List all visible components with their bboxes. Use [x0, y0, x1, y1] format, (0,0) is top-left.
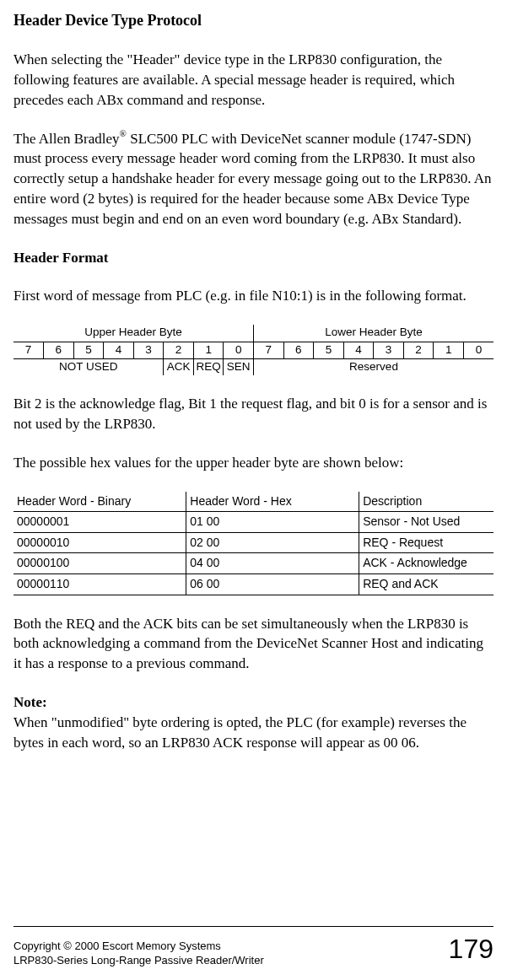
- bit-cell: 6: [283, 342, 314, 358]
- cell-hex: 02 00: [186, 532, 359, 553]
- bit-cell: 6: [44, 342, 74, 358]
- hex-values-table: Header Word - Binary Header Word - Hex D…: [13, 492, 494, 595]
- table-row: 00000010 02 00 REQ - Request: [13, 532, 494, 553]
- cell-description: REQ and ACK: [359, 573, 494, 595]
- para2-part-a: The Allen Bradley: [13, 131, 120, 147]
- bit-cell: 7: [13, 342, 44, 358]
- cell-hex: 06 00: [186, 573, 359, 595]
- table-row: Header Word - Binary Header Word - Hex D…: [13, 492, 494, 512]
- copyright-line: Copyright © 2000 Escort Memory Systems: [13, 939, 264, 954]
- bit-layout-table: Upper Header Byte Lower Header Byte 7 6 …: [13, 325, 494, 375]
- bit-cell: 5: [314, 342, 344, 358]
- bit-cell: 5: [73, 342, 104, 358]
- bit-cell: 3: [374, 342, 404, 358]
- bit-cell: 3: [133, 342, 164, 358]
- bit-cell: 0: [463, 342, 494, 358]
- section-title: Header Device Type Protocol: [13, 10, 494, 31]
- bit-cell: 1: [193, 342, 224, 358]
- table-row: 7 6 5 4 3 2 1 0 7 6 5 4 3 2 1 0: [13, 342, 494, 358]
- bit-cell: 2: [403, 342, 434, 358]
- footer-left: Copyright © 2000 Escort Memory Systems L…: [13, 939, 264, 968]
- bit-cell: 0: [224, 342, 254, 358]
- column-header-description: Description: [359, 492, 494, 512]
- table-row: Upper Header Byte Lower Header Byte: [13, 325, 494, 342]
- reserved-label: Reserved: [254, 358, 494, 375]
- not-used-label: NOT USED: [13, 358, 164, 375]
- subsection-title-header-format: Header Format: [13, 248, 494, 268]
- cell-binary: 00000100: [13, 553, 186, 574]
- cell-description: REQ - Request: [359, 532, 494, 553]
- bit-cell: 4: [104, 342, 134, 358]
- table-row: 00000001 01 00 Sensor - Not Used: [13, 512, 494, 533]
- paragraph-hex-intro: The possible hex values for the upper he…: [13, 453, 494, 473]
- bit-cell: 7: [254, 342, 284, 358]
- table-row: 00000100 04 00 ACK - Acknowledge: [13, 553, 494, 574]
- paragraph-req-ack-simultaneous: Both the REQ and the ACK bits can be set…: [13, 614, 494, 674]
- sen-label: SEN: [224, 358, 254, 375]
- cell-binary: 00000001: [13, 512, 186, 533]
- upper-header-byte-label: Upper Header Byte: [13, 325, 254, 342]
- product-line: LRP830-Series Long-Range Passive Reader/…: [13, 953, 264, 968]
- req-label: REQ: [193, 358, 224, 375]
- column-header-binary: Header Word - Binary: [13, 492, 186, 512]
- ack-label: ACK: [164, 358, 194, 375]
- cell-description: ACK - Acknowledge: [359, 553, 494, 574]
- page-footer: Copyright © 2000 Escort Memory Systems L…: [13, 926, 494, 968]
- paragraph-bit-description: Bit 2 is the acknowledge flag, Bit 1 the…: [13, 394, 494, 434]
- bit-cell: 2: [164, 342, 194, 358]
- cell-binary: 00000010: [13, 532, 186, 553]
- lower-header-byte-label: Lower Header Byte: [254, 325, 494, 342]
- cell-hex: 01 00: [186, 512, 359, 533]
- paragraph-allen-bradley: The Allen Bradley® SLC500 PLC with Devic…: [13, 129, 494, 229]
- cell-description: Sensor - Not Used: [359, 512, 494, 533]
- cell-hex: 04 00: [186, 553, 359, 574]
- table-row: NOT USED ACK REQ SEN Reserved: [13, 358, 494, 375]
- bit-cell: 4: [343, 342, 374, 358]
- page-number: 179: [449, 930, 494, 968]
- column-header-hex: Header Word - Hex: [186, 492, 359, 512]
- note-label: Note:: [13, 692, 494, 713]
- note-body: When "unmodified" byte ordering is opted…: [13, 713, 494, 753]
- bit-cell: 1: [434, 342, 464, 358]
- cell-binary: 00000110: [13, 573, 186, 595]
- registered-symbol: ®: [120, 128, 127, 138]
- paragraph-first-word: First word of message from PLC (e.g. in …: [13, 286, 494, 306]
- paragraph-intro: When selecting the "Header" device type …: [13, 50, 494, 110]
- table-row: 00000110 06 00 REQ and ACK: [13, 573, 494, 595]
